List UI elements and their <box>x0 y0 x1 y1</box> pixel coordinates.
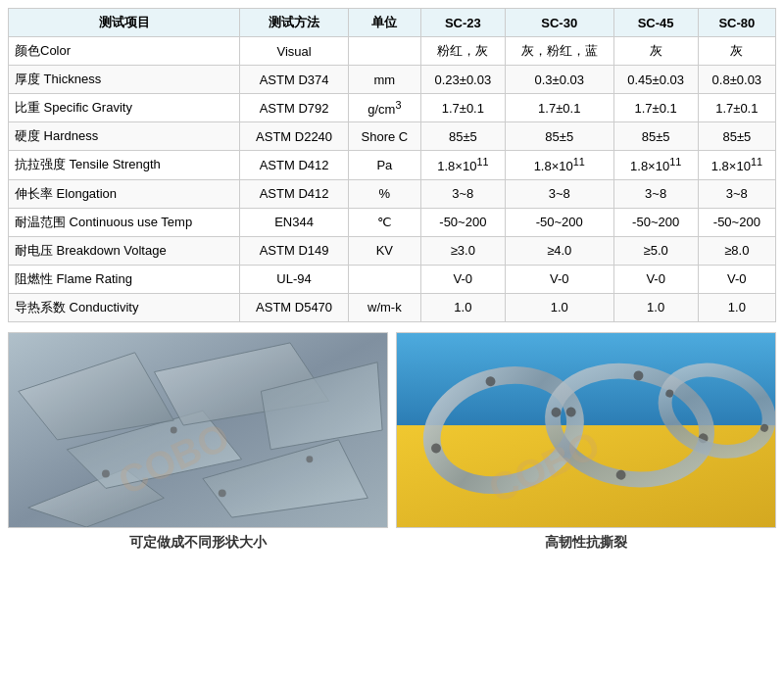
left-image-box: COBO 可定做成不同形状大小 <box>8 332 388 552</box>
table-cell: 1.0 <box>698 293 775 321</box>
col-header-sc80: SC-80 <box>698 9 775 37</box>
table-cell: ASTM D149 <box>240 236 349 265</box>
ring-scene-svg: COBO <box>397 333 775 527</box>
table-header-row: 测试项目 测试方法 单位 SC-23 SC-30 SC-45 SC-80 <box>9 9 776 37</box>
table-cell: Shore C <box>348 122 420 151</box>
table-cell: 抗拉强度 Tensile Strength <box>9 151 240 179</box>
table-cell: 灰 <box>613 37 698 66</box>
table-cell: 0.45±0.03 <box>613 66 698 94</box>
col-header-sc23: SC-23 <box>420 9 505 37</box>
table-cell: 3~8 <box>505 179 613 208</box>
table-cell: 3~8 <box>420 179 505 208</box>
metal-sheets-svg: COBO <box>9 333 387 527</box>
table-cell: 1.7±0.1 <box>613 94 698 122</box>
table-cell: V-0 <box>613 265 698 293</box>
table-cell: -50~200 <box>613 208 698 236</box>
table-cell: ≥5.0 <box>613 236 698 265</box>
col-header-property: 测试项目 <box>9 9 240 37</box>
col-header-unit: 单位 <box>348 9 420 37</box>
table-cell: V-0 <box>698 265 775 293</box>
col-header-sc45: SC-45 <box>613 9 698 37</box>
table-cell: 1.8×1011 <box>505 151 613 179</box>
table-cell: 0.8±0.03 <box>698 66 775 94</box>
table-cell: 1.8×1011 <box>613 151 698 179</box>
table-cell: 1.0 <box>613 293 698 321</box>
right-image: COBO <box>396 332 776 528</box>
right-caption: 高韧性抗撕裂 <box>545 534 627 552</box>
table-cell: 0.23±0.03 <box>420 66 505 94</box>
table-row: 抗拉强度 Tensile StrengthASTM D412Pa1.8×1011… <box>9 151 776 179</box>
table-cell: -50~200 <box>505 208 613 236</box>
table-cell: 厚度 Thickness <box>9 66 240 94</box>
table-cell: 3~8 <box>698 179 775 208</box>
col-header-sc30: SC-30 <box>505 9 613 37</box>
table-cell: ASTM D5470 <box>240 293 349 321</box>
table-cell: 1.8×1011 <box>698 151 775 179</box>
table-cell: 85±5 <box>420 122 505 151</box>
table-cell: 比重 Specific Gravity <box>9 94 240 122</box>
table-cell: mm <box>348 66 420 94</box>
table-cell: 1.8×1011 <box>420 151 505 179</box>
table-cell: 伸长率 Elongation <box>9 179 240 208</box>
table-row: 伸长率 ElongationASTM D412%3~83~83~83~8 <box>9 179 776 208</box>
table-cell: 1.0 <box>505 293 613 321</box>
table-cell: 85±5 <box>613 122 698 151</box>
table-cell: % <box>348 179 420 208</box>
table-cell <box>348 37 420 66</box>
table-cell: 1.7±0.1 <box>420 94 505 122</box>
left-image: COBO <box>8 332 388 528</box>
table-cell: 耐温范围 Continuous use Temp <box>9 208 240 236</box>
table-cell: 灰，粉红，蓝 <box>505 37 613 66</box>
table-cell <box>348 265 420 293</box>
images-section: COBO 可定做成不同形状大小 <box>8 332 776 552</box>
table-cell: 导热系数 Conductivity <box>9 293 240 321</box>
table-row: 厚度 ThicknessASTM D374mm0.23±0.030.3±0.03… <box>9 66 776 94</box>
table-cell: 颜色Color <box>9 37 240 66</box>
table-cell: ASTM D412 <box>240 179 349 208</box>
table-row: 阻燃性 Flame RatingUL-94V-0V-0V-0V-0 <box>9 265 776 293</box>
table-cell: 阻燃性 Flame Rating <box>9 265 240 293</box>
table-cell: ℃ <box>348 208 420 236</box>
table-cell: V-0 <box>505 265 613 293</box>
table-cell: Visual <box>240 37 349 66</box>
table-cell: 耐电压 Breakdown Voltage <box>9 236 240 265</box>
table-cell: 85±5 <box>505 122 613 151</box>
table-cell: 1.0 <box>420 293 505 321</box>
svg-point-10 <box>219 489 226 497</box>
table-body: 颜色ColorVisual粉红，灰灰，粉红，蓝灰灰厚度 ThicknessAST… <box>9 37 776 322</box>
table-cell: ASTM D374 <box>240 66 349 94</box>
table-cell: w/m-k <box>348 293 420 321</box>
table-cell: Pa <box>348 151 420 179</box>
left-caption: 可定做成不同形状大小 <box>129 534 267 552</box>
properties-table: 测试项目 测试方法 单位 SC-23 SC-30 SC-45 SC-80 颜色C… <box>8 8 776 322</box>
table-row: 导热系数 ConductivityASTM D5470w/m-k1.01.01.… <box>9 293 776 321</box>
table-cell: ≥4.0 <box>505 236 613 265</box>
table-cell: 85±5 <box>698 122 775 151</box>
table-cell: 0.3±0.03 <box>505 66 613 94</box>
table-row: 耐温范围 Continuous use TempEN344℃-50~200-50… <box>9 208 776 236</box>
table-row: 硬度 HardnessASTM D2240Shore C85±585±585±5… <box>9 122 776 151</box>
table-cell: -50~200 <box>420 208 505 236</box>
table-cell: -50~200 <box>698 208 775 236</box>
table-row: 耐电压 Breakdown VoltageASTM D149KV≥3.0≥4.0… <box>9 236 776 265</box>
table-cell: 3~8 <box>613 179 698 208</box>
table-cell: ASTM D412 <box>240 151 349 179</box>
col-header-method: 测试方法 <box>240 9 349 37</box>
table-cell: 粉红，灰 <box>420 37 505 66</box>
table-cell: 1.7±0.1 <box>698 94 775 122</box>
table-cell: 灰 <box>698 37 775 66</box>
table-row: 颜色ColorVisual粉红，灰灰，粉红，蓝灰灰 <box>9 37 776 66</box>
table-cell: 硬度 Hardness <box>9 122 240 151</box>
svg-point-11 <box>306 456 313 462</box>
table-cell: 1.7±0.1 <box>505 94 613 122</box>
table-row: 比重 Specific GravityASTM D792g/cm31.7±0.1… <box>9 94 776 122</box>
table-cell: ≥8.0 <box>698 236 775 265</box>
table-cell: ASTM D792 <box>240 94 349 122</box>
table-cell: ≥3.0 <box>420 236 505 265</box>
table-cell: EN344 <box>240 208 349 236</box>
table-cell: UL-94 <box>240 265 349 293</box>
right-image-box: COBO 高韧性抗撕裂 <box>396 332 776 552</box>
main-container: 测试项目 测试方法 单位 SC-23 SC-30 SC-45 SC-80 颜色C… <box>0 0 784 559</box>
table-cell: KV <box>348 236 420 265</box>
svg-point-8 <box>102 469 110 477</box>
